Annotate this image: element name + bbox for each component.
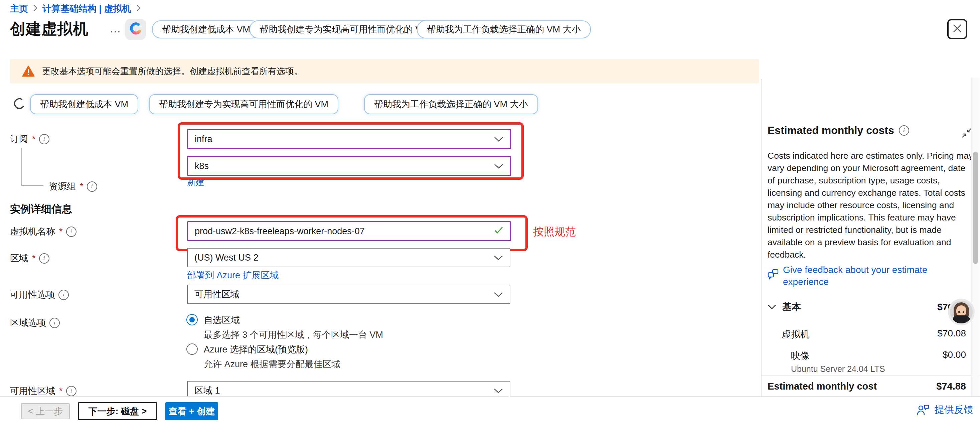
previous-step-button[interactable]: < 上一步: [21, 403, 70, 419]
suggestion-high-availability-vm-button[interactable]: 帮助我创建专为实现高可用性而优化的 VM: [250, 21, 439, 38]
copilot-button[interactable]: [125, 19, 146, 40]
vm-name-label: 虚拟机名称 *: [10, 226, 76, 237]
cost-item-subtitle: Ubuntu Server 24.04 LTS: [791, 364, 885, 374]
cost-total-value: $74.88: [936, 381, 966, 392]
subscription-value: infra: [195, 134, 212, 144]
chevron-down-icon[interactable]: [768, 304, 776, 310]
zone-option-azure-select[interactable]: Azure 选择的区域(预览版) 允许 Azure 根据需要分配最佳区域: [186, 343, 341, 370]
avatar-eye: [963, 311, 964, 313]
suggestion-right-vm-size-button[interactable]: 帮助我为工作负载选择正确的 VM 大小: [417, 21, 591, 38]
resource-group-value: k8s: [195, 161, 209, 171]
availability-options-value: 可用性区域: [194, 288, 240, 300]
scrollbar-track[interactable]: [971, 78, 980, 396]
collapse-panel-button[interactable]: [961, 127, 972, 140]
annotation-note-text: 按照规范: [533, 225, 576, 239]
subscription-label: 订阅 *: [10, 133, 49, 145]
cost-item-value: $0.00: [943, 349, 966, 362]
info-icon[interactable]: [66, 226, 76, 237]
breadcrumb: 主页 计算基础结构 | 虚拟机: [10, 3, 146, 15]
required-asterisk: *: [80, 182, 83, 192]
chevron-down-icon: [494, 253, 503, 263]
more-options-button[interactable]: …: [110, 22, 122, 35]
cost-item-label: 映像: [791, 349, 810, 362]
breadcrumb-chevron-icon: [33, 4, 38, 13]
cost-total-label: Estimated monthly cost: [768, 381, 877, 392]
next-step-disks-button[interactable]: 下一步: 磁盘 >: [78, 402, 158, 420]
create-new-link[interactable]: 新建: [187, 177, 204, 188]
zone-option-self-select[interactable]: 自选区域 最多选择 3 个可用性区域，每个区域一台 VM: [186, 314, 383, 341]
availability-zone-label: 可用性区域 *: [10, 385, 76, 397]
vm-name-input[interactable]: prod-usw2-k8s-freeleaps-worker-nodes-07: [187, 221, 511, 241]
copilot-outline-icon: [11, 96, 27, 113]
info-icon[interactable]: [87, 182, 97, 192]
collapse-icon: [961, 134, 972, 139]
warning-banner: 更改基本选项可能会重置所做的选择。创建虚拟机前查看所有选项。: [10, 59, 759, 83]
copilot-icon: [128, 21, 143, 37]
breadcrumb-home-link[interactable]: 主页: [10, 3, 28, 15]
chevron-down-icon: [494, 134, 503, 144]
info-icon[interactable]: [39, 253, 49, 264]
zone-option-self-select-desc: 最多选择 3 个可用性区域，每个区域一台 VM: [204, 329, 383, 341]
info-icon[interactable]: [49, 318, 60, 328]
chevron-down-icon: [494, 289, 503, 300]
panel-total-divider: [761, 376, 980, 376]
info-icon[interactable]: [66, 386, 76, 396]
give-feedback-link[interactable]: 提供反馈: [916, 403, 973, 417]
cost-panel-description: Costs indicated here are estimates only.…: [768, 150, 973, 261]
close-button[interactable]: [947, 19, 967, 39]
cost-group-label: 基本: [782, 301, 801, 313]
resource-group-label: 资源组 *: [49, 180, 97, 193]
avatar-eye: [958, 311, 960, 313]
footer-bar: < 上一步 下一步: 磁盘 > 查看 + 创建 提供反馈: [0, 396, 980, 435]
availability-options-dropdown[interactable]: 可用性区域: [187, 285, 511, 304]
zone-option-azure-select-label: Azure 选择的区域(预览版): [204, 343, 341, 355]
previous-step-label: < 上一步: [28, 405, 63, 417]
close-icon: [952, 23, 962, 35]
subscription-dropdown[interactable]: infra: [187, 129, 511, 149]
zone-options-label-text: 区域选项: [10, 317, 46, 329]
estimate-feedback-link[interactable]: Give feedback about your estimate experi…: [768, 264, 948, 288]
cost-item-row: 虚拟机 $70.08: [781, 328, 966, 341]
zone-option-azure-select-desc: 允许 Azure 根据需要分配最佳区域: [204, 358, 341, 370]
cost-item-row: 映像 $0.00: [791, 349, 966, 362]
availability-options-label-text: 可用性选项: [10, 288, 55, 301]
estimate-feedback-link-text: Give feedback about your estimate experi…: [783, 264, 948, 288]
feedback-bubbles-icon: [768, 269, 779, 281]
info-icon[interactable]: [899, 125, 909, 135]
review-create-button[interactable]: 查看 + 创建: [165, 402, 218, 420]
resource-group-dropdown[interactable]: k8s: [187, 156, 511, 176]
extended-zone-link[interactable]: 部署到 Azure 扩展区域: [187, 269, 279, 281]
required-asterisk: *: [32, 134, 36, 144]
suggestion-low-cost-vm-button[interactable]: 帮助我创建低成本 VM: [152, 21, 260, 38]
info-icon[interactable]: [39, 134, 49, 144]
cost-group-row[interactable]: 基本 $70.08: [768, 301, 966, 313]
avatar-body: [953, 315, 970, 325]
suggestion-low-cost-vm-button-2[interactable]: 帮助我创建低成本 VM: [30, 94, 138, 114]
instance-details-heading: 实例详细信息: [10, 202, 72, 216]
region-dropdown[interactable]: (US) West US 2: [187, 248, 511, 267]
panel-divider: [761, 79, 762, 396]
warning-text: 更改基本选项可能会重置所做的选择。创建虚拟机前查看所有选项。: [42, 65, 302, 77]
required-asterisk: *: [59, 226, 63, 237]
breadcrumb-section-link[interactable]: 计算基础结构 | 虚拟机: [43, 3, 131, 15]
create-vm-blade: 主页 计算基础结构 | 虚拟机 创建虚拟机 …: [0, 0, 980, 435]
radio-selected-icon[interactable]: [186, 314, 198, 325]
suggestion-right-vm-size-button-2[interactable]: 帮助我为工作负载选择正确的 VM 大小: [364, 94, 538, 114]
review-create-label: 查看 + 创建: [169, 405, 215, 417]
avatar-face: [956, 305, 966, 317]
region-label: 区域 *: [10, 252, 49, 264]
cost-item-value: $70.08: [937, 328, 966, 341]
availability-zone-value: 区域 1: [194, 384, 220, 397]
person-feedback-icon: [916, 404, 930, 416]
info-icon[interactable]: [59, 290, 69, 300]
region-value: (US) West US 2: [194, 253, 259, 263]
scrollbar-thumb[interactable]: [973, 152, 978, 264]
presenter-avatar: [948, 299, 975, 325]
warning-icon: [22, 65, 35, 77]
required-asterisk: *: [32, 253, 36, 264]
radio-unselected-icon[interactable]: [186, 343, 198, 355]
suggestion-high-availability-vm-button-2[interactable]: 帮助我创建专为实现高可用性而优化的 VM: [149, 94, 338, 114]
breadcrumb-chevron-icon: [136, 4, 141, 13]
cost-panel-title-text: Estimated monthly costs: [768, 124, 894, 137]
region-label-text: 区域: [10, 252, 28, 264]
